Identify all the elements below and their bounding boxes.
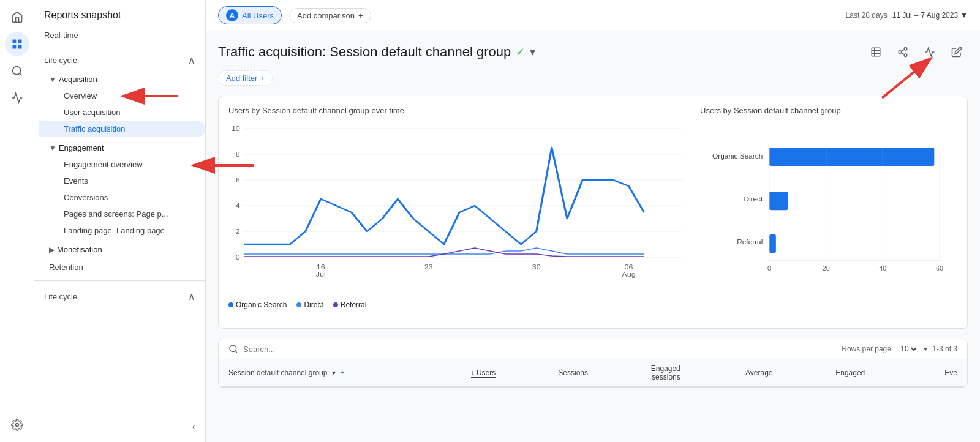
svg-text:0: 0 (767, 264, 771, 272)
svg-rect-7 (872, 48, 880, 56)
monetisation-subsection[interactable]: ▶ Monetisation (39, 241, 200, 258)
legend-direct: Direct (296, 301, 323, 309)
page-title-actions (865, 41, 968, 63)
lifecycle-section-1[interactable]: Life cycle ∧ (34, 50, 205, 71)
share-button[interactable] (892, 41, 914, 63)
charts-container: Users by Session default channel group o… (218, 96, 968, 329)
search-input[interactable] (243, 345, 427, 354)
svg-text:16: 16 (317, 264, 325, 271)
lifecycle-chevron-2: ∧ (188, 291, 195, 302)
col-sessions[interactable]: Sessions (500, 369, 588, 377)
legend-dot-direct (296, 302, 301, 307)
svg-text:06: 06 (624, 264, 633, 271)
svg-point-11 (904, 48, 907, 51)
table-view-button[interactable] (865, 41, 887, 63)
sidebar-item-engagement-overview[interactable]: Engagement overview (39, 156, 205, 173)
sidebar-item-events[interactable]: Events (39, 173, 205, 189)
col-session-add-icon[interactable]: + (340, 369, 344, 377)
bar-chart-wrapper: Organic Search Direct Referral 0 (700, 122, 957, 306)
col-engaged-sessions[interactable]: Engagedsessions (593, 364, 680, 381)
legend-organic-label: Organic Search (236, 301, 287, 309)
line-chart-wrapper: 10 8 6 4 2 0 (228, 122, 690, 318)
legend-referral: Referral (333, 301, 367, 309)
sidebar: Reports snapshot Real-time Life cycle ∧ … (34, 0, 206, 442)
search-input-wrapper (228, 344, 842, 354)
all-users-avatar: A (226, 9, 238, 21)
svg-rect-0 (12, 40, 16, 43)
col-engaged-sessions-label: Engagedsessions (651, 364, 680, 381)
collapse-sidebar-btn[interactable]: ‹ (192, 421, 195, 432)
svg-rect-37 (769, 192, 788, 210)
svg-text:30: 30 (532, 264, 541, 271)
reports-nav-icon[interactable] (5, 32, 29, 56)
col-session-label: Session default channel group (228, 369, 327, 377)
svg-text:10: 10 (232, 125, 240, 132)
sidebar-item-landing-page[interactable]: Landing page: Landing page (39, 222, 205, 239)
svg-text:Organic Search: Organic Search (712, 152, 763, 160)
svg-point-4 (12, 67, 20, 75)
sidebar-item-pages-screens[interactable]: Pages and screens: Page p... (39, 206, 205, 222)
svg-rect-35 (769, 148, 934, 166)
sidebar-reports-snapshot[interactable]: Reports snapshot (34, 0, 205, 26)
page-title-text: Traffic acquisition: Session default cha… (218, 44, 511, 60)
page-title-row: Traffic acquisition: Session default cha… (218, 41, 968, 63)
engagement-subsection[interactable]: ▼ Engagement (39, 140, 200, 156)
legend-organic-search: Organic Search (228, 301, 287, 309)
bar-chart-container: Users by Session default channel group O… (700, 106, 957, 318)
svg-rect-39 (769, 234, 776, 253)
svg-text:Direct: Direct (744, 195, 763, 203)
svg-text:6: 6 (236, 177, 240, 184)
svg-point-6 (15, 424, 18, 427)
col-average[interactable]: Average (685, 369, 773, 377)
lifecycle-section-2[interactable]: Life cycle ∧ (34, 286, 205, 307)
svg-text:Aug: Aug (622, 271, 635, 278)
date-range-label: Last 28 days (846, 11, 888, 20)
acquisition-expand-icon: ▼ (49, 75, 56, 84)
sidebar-item-conversions[interactable]: Conversions (39, 189, 205, 206)
svg-point-13 (904, 54, 907, 57)
lifecycle-chevron-1: ∧ (188, 54, 195, 66)
date-separator: – (914, 11, 919, 20)
col-engaged-label: Engaged (835, 369, 865, 377)
svg-text:2: 2 (236, 228, 240, 235)
col-engaged[interactable]: Engaged (778, 369, 865, 377)
sidebar-item-realtime[interactable]: Real-time (34, 26, 200, 45)
rows-per-page-select[interactable]: 10 25 50 (898, 344, 919, 354)
svg-rect-2 (12, 45, 16, 49)
filter-row: Add filter + (218, 70, 968, 86)
sidebar-item-user-acquisition[interactable]: User acquisition (39, 104, 205, 121)
monetisation-expand-icon: ▶ (49, 245, 55, 254)
add-comparison-button[interactable]: Add comparison + (289, 8, 371, 23)
bar-chart-svg: Organic Search Direct Referral 0 (700, 122, 957, 294)
all-users-chip[interactable]: A All Users (218, 6, 282, 24)
add-filter-button[interactable]: Add filter + (218, 70, 273, 86)
sparkle-button[interactable] (919, 41, 941, 63)
line-chart-svg: 10 8 6 4 2 0 (228, 122, 690, 294)
bar-chart-title: Users by Session default channel group (700, 106, 957, 115)
svg-text:Jul: Jul (316, 271, 326, 278)
col-session-default[interactable]: Session default channel group ▾ + (228, 369, 404, 377)
topbar-right: Last 28 days 11 Jul – 7 Aug 2023 ▼ (846, 11, 968, 20)
page-title-dropdown-icon[interactable]: ▾ (530, 45, 535, 59)
svg-rect-3 (18, 45, 21, 49)
advertising-nav-icon[interactable] (5, 86, 29, 110)
col-users[interactable]: ↓ Users (409, 369, 496, 377)
edit-button[interactable] (946, 41, 968, 63)
sidebar-item-overview[interactable]: Overview (39, 88, 205, 104)
sidebar-item-retention[interactable]: Retention (34, 259, 205, 275)
svg-text:23: 23 (424, 264, 433, 271)
pagination-info: 1-3 of 3 (932, 345, 957, 353)
svg-point-12 (899, 51, 902, 54)
main-content: A All Users Add comparison + Last 28 day… (206, 0, 980, 442)
col-eve[interactable]: Eve (870, 369, 957, 377)
sidebar-divider (34, 280, 205, 281)
date-range-selector[interactable]: 11 Jul – 7 Aug 2023 ▼ (892, 11, 968, 20)
all-users-label: All Users (242, 11, 274, 20)
svg-text:4: 4 (236, 203, 240, 209)
explore-nav-icon[interactable] (5, 59, 29, 83)
settings-nav-icon[interactable] (5, 413, 29, 437)
sidebar-item-traffic-acquisition[interactable]: Traffic acquisition (39, 121, 205, 137)
home-nav-icon[interactable] (5, 5, 29, 29)
svg-text:20: 20 (823, 264, 830, 272)
acquisition-subsection[interactable]: ▼ Acquisition (39, 71, 200, 88)
